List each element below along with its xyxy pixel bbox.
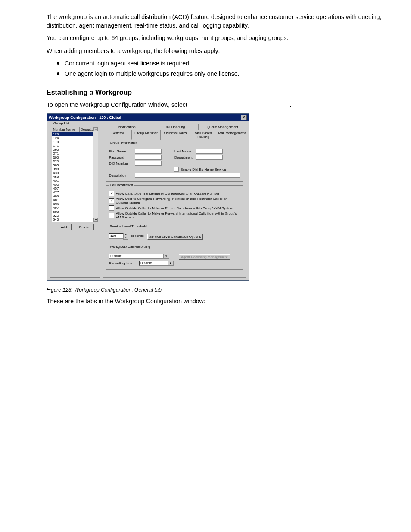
tab-group-member[interactable]: Group Member xyxy=(131,130,160,140)
call-recording-fieldset: Workgroup Call Recording Disable Agent R… xyxy=(106,247,243,270)
restrict-opt3-checkbox[interactable] xyxy=(109,205,114,211)
table-row[interactable]: 540 xyxy=(52,218,98,221)
scrollbar[interactable]: ▴ ▾ xyxy=(93,127,98,222)
tab-container: Notification Call Handling Queue Managem… xyxy=(102,121,249,280)
table-row[interactable]: 120 xyxy=(52,132,98,136)
tab-mail-management[interactable]: Mail Management xyxy=(218,130,246,140)
last-name-field[interactable] xyxy=(196,149,223,154)
department-label: Department xyxy=(174,156,196,159)
restrict-opt2-label: Allow User to Configure Forwarding, Noti… xyxy=(116,197,240,205)
threshold-value[interactable]: 120 xyxy=(109,233,124,239)
cell-number: 124 xyxy=(53,136,65,140)
paragraph: You can configure up to 64 groups, inclu… xyxy=(47,34,385,43)
cell-number: 383 xyxy=(53,163,65,167)
cell-name xyxy=(65,183,80,187)
table-row[interactable]: 124 xyxy=(52,136,98,140)
table-row[interactable]: 383 xyxy=(52,163,98,167)
cell-name xyxy=(65,194,80,198)
close-icon[interactable]: × xyxy=(241,115,247,120)
tab-business-hours[interactable]: Business Hours xyxy=(160,130,189,140)
agent-recording-button[interactable]: Agent Recording Management xyxy=(179,254,230,260)
spin-up-icon[interactable]: ▴ xyxy=(123,233,128,236)
cell-number: 300 xyxy=(53,156,65,159)
table-row[interactable]: 481 xyxy=(52,198,98,202)
table-row[interactable]: 542 xyxy=(52,221,98,222)
cell-number: 260 xyxy=(53,148,65,152)
tab-general[interactable]: General xyxy=(103,130,132,140)
call-recording-legend: Workgroup Call Recording xyxy=(109,245,151,249)
list-item-text: Concurrent login agent seat license is r… xyxy=(65,59,191,68)
threshold-spinner[interactable]: 120 ▴ ▾ xyxy=(109,233,128,240)
window-titlebar: Workgroup Configuration - 120 : Global × xyxy=(47,114,249,121)
did-number-field[interactable] xyxy=(135,161,162,166)
add-button[interactable]: Add xyxy=(56,224,72,230)
table-row[interactable]: 271 xyxy=(52,152,98,156)
cell-name xyxy=(65,152,80,156)
spin-down-icon[interactable]: ▾ xyxy=(123,236,128,240)
description-label: Description xyxy=(109,174,135,177)
recording-mode-select[interactable]: Disable xyxy=(109,254,169,259)
enable-dial-checkbox[interactable] xyxy=(174,167,179,172)
scroll-up-icon[interactable]: ▴ xyxy=(93,127,98,131)
service-level-options-button[interactable]: Service Level Calculation Options xyxy=(147,234,203,240)
table-row[interactable]: 522 xyxy=(52,214,98,218)
table-row[interactable]: 451 xyxy=(52,179,98,183)
group-list-legend: Group List xyxy=(53,121,70,125)
table-row[interactable]: 450 xyxy=(52,175,98,179)
tab-row-top: Notification Call Handling Queue Managem… xyxy=(103,124,246,130)
cell-number: 477 xyxy=(53,190,65,194)
tab-notification[interactable]: Notification xyxy=(103,124,151,130)
group-list-table[interactable]: Number Name Depart... 120124170171260271… xyxy=(52,127,98,222)
first-name-field[interactable] xyxy=(135,149,162,154)
cell-number: 398 xyxy=(53,167,65,171)
restrict-opt1-checkbox[interactable]: ✓ xyxy=(109,191,114,196)
cell-number: 542 xyxy=(53,221,65,222)
table-row[interactable]: 457 xyxy=(52,187,98,190)
table-row[interactable]: 496 xyxy=(52,202,98,206)
paragraph: To open the Workgroup Configuration wind… xyxy=(47,101,385,109)
table-row[interactable]: 300 xyxy=(52,156,98,159)
table-row[interactable]: 497 xyxy=(52,206,98,210)
table-row[interactable]: 480 xyxy=(52,194,98,198)
table-row[interactable]: 500 xyxy=(52,210,98,214)
delete-button[interactable]: Delete xyxy=(75,224,94,230)
list-item: One agent login to multiple workgroups r… xyxy=(47,70,385,78)
call-restriction-fieldset: Call Restriction ✓Allow Calls to be Tran… xyxy=(106,185,243,223)
table-row[interactable]: 430 xyxy=(52,171,98,175)
recording-tone-select[interactable]: Disable xyxy=(139,261,174,266)
cell-number: 500 xyxy=(53,210,65,214)
description-field[interactable] xyxy=(135,173,240,178)
cell-number: 452 xyxy=(53,183,65,187)
tab-queue-management[interactable]: Queue Management xyxy=(198,124,246,130)
cell-number: 496 xyxy=(53,202,65,206)
table-row[interactable]: 170 xyxy=(52,140,98,144)
tab-call-handling[interactable]: Call Handling xyxy=(151,124,199,130)
text: To open the Workgroup Configuration wind… xyxy=(47,101,189,108)
restrict-opt2-checkbox[interactable]: ✓ xyxy=(109,198,114,203)
table-row[interactable]: 320 xyxy=(52,159,98,163)
cell-number: 120 xyxy=(53,132,65,136)
col-name[interactable]: Name xyxy=(65,127,80,132)
tab-row-bottom: General Group Member Business Hours Skil… xyxy=(103,130,246,140)
first-name-label: First Name xyxy=(109,149,135,153)
table-row[interactable]: 452 xyxy=(52,183,98,187)
restrict-opt1-label: Allow Calls to be Transferred or Confere… xyxy=(116,192,219,196)
tab-skill-routing[interactable]: Skill Based Routing xyxy=(189,130,218,140)
department-field[interactable] xyxy=(196,155,223,160)
enable-dial-label: Enable Dial-By-Name Service xyxy=(181,168,226,171)
table-row[interactable]: 171 xyxy=(52,144,98,148)
scroll-down-icon[interactable]: ▾ xyxy=(93,218,98,222)
tab-body-general: Group Information First Name Last Name P… xyxy=(103,139,246,278)
table-row[interactable]: 477 xyxy=(52,190,98,194)
cell-name xyxy=(65,171,80,175)
table-header: Number Name Depart... xyxy=(52,127,98,132)
table-row[interactable]: 398 xyxy=(52,167,98,171)
password-field[interactable] xyxy=(135,155,162,160)
cell-name xyxy=(65,198,80,202)
restrict-opt4-checkbox[interactable] xyxy=(109,213,114,218)
table-row[interactable]: 260 xyxy=(52,148,98,152)
list-item-text: One agent login to multiple workgroups r… xyxy=(65,70,239,78)
cell-name xyxy=(65,202,80,206)
col-number[interactable]: Number xyxy=(52,127,65,132)
group-information-fieldset: Group Information First Name Last Name P… xyxy=(106,143,243,182)
